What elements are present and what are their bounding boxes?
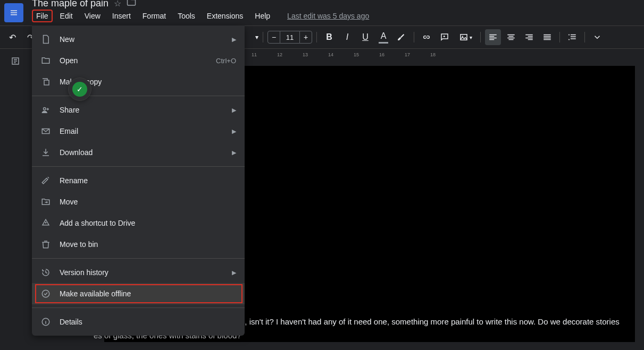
file-menu-dropdown: New ▶ Open Ctrl+O Make a copy Share ▶ Em… <box>32 25 245 336</box>
line-spacing-button[interactable] <box>564 29 580 45</box>
star-icon[interactable]: ☆ <box>114 0 121 8</box>
ruler-number: 18 <box>420 52 446 57</box>
download-icon <box>40 148 51 157</box>
move-folder-icon <box>40 197 51 207</box>
share-icon <box>40 105 51 115</box>
menu-item-label: Download <box>60 148 223 157</box>
trash-icon <box>40 240 51 249</box>
menu-item-label: Share <box>60 106 223 114</box>
menu-separator <box>32 258 245 259</box>
copy-icon <box>40 77 51 87</box>
menu-item-open[interactable]: Open Ctrl+O <box>32 50 245 71</box>
ruler-number: 13 <box>292 52 318 57</box>
undo-button[interactable]: ↶ <box>4 29 20 45</box>
move-icon[interactable] <box>127 0 136 9</box>
outline-icon[interactable] <box>11 56 20 69</box>
style-dropdown[interactable]: ▾ <box>255 29 258 45</box>
title-bar: The maple of pain ☆ File Edit View Inser… <box>0 0 644 25</box>
history-icon <box>40 268 51 277</box>
success-toast: ✓ <box>68 78 91 101</box>
menu-item-label: Open <box>60 56 207 65</box>
ruler-number: 11 <box>241 52 267 57</box>
font-size-control: − 11 + <box>267 31 312 44</box>
menu-separator <box>32 308 245 308</box>
align-justify-button[interactable] <box>539 29 555 45</box>
menu-separator <box>32 96 245 96</box>
ruler-number: 14 <box>318 52 344 57</box>
menu-item-label: Move <box>60 198 236 206</box>
menu-format[interactable]: Format <box>138 10 170 22</box>
menu-item-label: Details <box>60 318 236 326</box>
menu-insert[interactable]: Insert <box>108 10 135 22</box>
left-rail <box>0 49 31 350</box>
text-color-button[interactable]: A <box>375 29 391 45</box>
increase-font-button[interactable]: + <box>299 31 312 44</box>
menu-help[interactable]: Help <box>250 10 274 22</box>
bold-button[interactable]: B <box>321 29 337 45</box>
italic-button[interactable]: I <box>339 29 355 45</box>
insert-comment-button[interactable] <box>437 29 453 45</box>
menu-item-make-copy[interactable]: Make a copy <box>32 71 245 92</box>
menu-separator <box>32 166 245 167</box>
menu-item-add-shortcut[interactable]: Add a shortcut to Drive <box>32 212 245 234</box>
submenu-arrow-icon: ▶ <box>232 149 236 156</box>
menu-bar: File Edit View Insert Format Tools Exten… <box>32 10 640 22</box>
shortcut-label: Ctrl+O <box>216 57 236 65</box>
document-title[interactable]: The maple of pain <box>32 0 108 9</box>
drive-shortcut-icon <box>40 218 51 228</box>
folder-icon <box>40 56 51 65</box>
submenu-arrow-icon: ▶ <box>232 36 236 43</box>
menu-tools[interactable]: Tools <box>173 10 199 22</box>
align-right-button[interactable] <box>521 29 537 45</box>
menu-item-label: Move to bin <box>60 240 236 249</box>
rename-icon <box>40 176 51 185</box>
menu-item-label: Email <box>60 127 223 135</box>
ruler-number: 17 <box>395 52 420 57</box>
ruler-number: 16 <box>369 52 395 57</box>
ruler-number: 12 <box>267 52 292 57</box>
align-center-button[interactable] <box>503 29 519 45</box>
highlight-box <box>35 284 242 303</box>
menu-item-new[interactable]: New ▶ <box>32 29 245 50</box>
menu-item-download[interactable]: Download ▶ <box>32 142 245 163</box>
menu-view[interactable]: View <box>80 10 105 22</box>
menu-item-label: Rename <box>60 176 236 185</box>
align-left-button[interactable] <box>485 29 501 45</box>
menu-item-share[interactable]: Share ▶ <box>32 99 245 121</box>
menu-extensions[interactable]: Extensions <box>203 10 247 22</box>
new-doc-icon <box>40 35 51 44</box>
menu-item-version-history[interactable]: Version history ▶ <box>32 262 245 283</box>
underline-button[interactable]: U <box>357 29 373 45</box>
menu-item-make-available-offline[interactable]: Make available offline <box>32 283 245 304</box>
menu-file[interactable]: File <box>32 10 53 22</box>
menu-item-email[interactable]: Email ▶ <box>32 121 245 142</box>
menu-item-label: Add a shortcut to Drive <box>60 219 236 227</box>
menu-item-move[interactable]: Move <box>32 191 245 212</box>
email-icon <box>40 126 51 136</box>
ruler-number: 15 <box>344 52 369 57</box>
svg-point-1 <box>44 108 46 110</box>
editing-mode-button[interactable] <box>589 29 605 45</box>
menu-item-label: New <box>60 35 223 44</box>
menu-item-move-to-bin[interactable]: Move to bin <box>32 234 245 255</box>
menu-item-details[interactable]: Details <box>32 311 245 332</box>
submenu-arrow-icon: ▶ <box>232 128 236 135</box>
submenu-arrow-icon: ▶ <box>232 107 236 114</box>
menu-item-label: Version history <box>60 268 223 277</box>
menu-item-rename[interactable]: Rename <box>32 170 245 191</box>
info-icon <box>40 317 51 327</box>
font-size-value[interactable]: 11 <box>280 31 299 44</box>
menu-edit[interactable]: Edit <box>56 10 77 22</box>
checkmark-icon: ✓ <box>72 82 87 97</box>
insert-link-button[interactable] <box>419 29 434 45</box>
highlight-button[interactable] <box>394 29 409 45</box>
decrease-font-button[interactable]: − <box>267 31 280 44</box>
docs-home-icon[interactable] <box>4 3 23 22</box>
submenu-arrow-icon: ▶ <box>232 269 236 276</box>
insert-image-button[interactable]: ▾ <box>455 29 476 45</box>
last-edit-link[interactable]: Last edit was 5 days ago <box>283 10 373 22</box>
